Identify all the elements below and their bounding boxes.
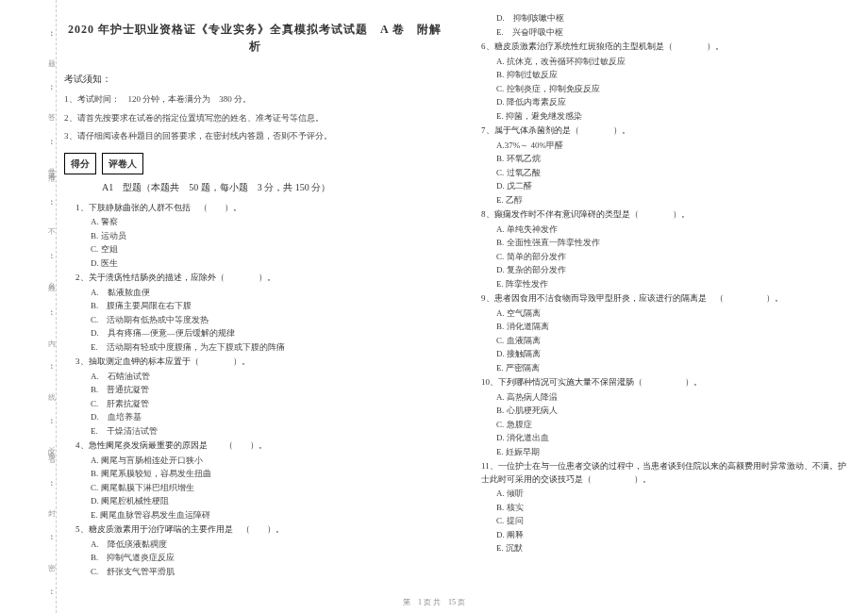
side-label-7: 线 [0, 387, 56, 389]
question-option: A. 黏液脓血便 [91, 287, 445, 300]
question-option: C. 阑尾黏膜下淋巴组织增生 [91, 482, 445, 495]
scorebox-score-label: 得分 [64, 153, 96, 174]
question-option: E. 抑菌，避免继发感染 [496, 110, 851, 124]
side-label-5: 名姓 [0, 276, 56, 280]
question-option: A. 抗休克，改善循环抑制过敏反应 [496, 56, 851, 69]
notice-2: 2、请首先按要求在试卷的指定位置填写您的姓名、准考证号等信息。 [64, 112, 445, 125]
question-stem: 3、抽取测定血钾的标本应置于（ ）。 [75, 356, 445, 369]
question-option: C. 急腹症 [496, 419, 851, 432]
notice-1: 1、考试时间： 120 分钟，本卷满分为 380 分。 [64, 93, 445, 107]
question-option: E. 乙醇 [496, 194, 851, 207]
question-option: D. 医生 [91, 257, 445, 271]
question-option: C. 血液隔离 [496, 335, 851, 348]
question-stem: 10、下列哪种情况可实施大量不保留灌肠（ ）。 [481, 376, 851, 389]
side-label-10: 密 [0, 557, 56, 559]
question-option: B. 阑尾系膜较短，容易发生扭曲 [91, 468, 445, 481]
question-option: D. 复杂的部分发作 [496, 264, 851, 277]
question-option: E. 严密隔离 [496, 362, 851, 375]
question-stem: 5、糖皮质激素用于治疗哮喘的主要作用是 （ ）。 [75, 523, 445, 537]
question-option: A. 石蜡油试管 [91, 371, 445, 384]
side-label-8: ）区市（省 [0, 441, 56, 451]
notice-3: 3、请仔细阅读各种题目的回答要求，在密封线内答题，否则不予评分。 [64, 130, 445, 143]
scorebox: 得分 评卷人 [64, 153, 445, 174]
question-option: E. 干燥清洁试管 [91, 425, 445, 439]
question-option: E. 妊娠早期 [496, 446, 851, 459]
question-option: B. 运动员 [91, 230, 445, 243]
question-option: C. 简单的部分发作 [496, 251, 851, 264]
question-stem: 1、下肢静脉曲张的人群不包括 （ ）。 [75, 202, 445, 215]
questions-right: 6、糖皮质激素治疗系统性红斑狼疮的主型机制是（ ）。A. 抗休克，改善循环抑制过… [470, 41, 851, 555]
question-stem: 6、糖皮质激素治疗系统性红斑狼疮的主型机制是（ ）。 [481, 41, 851, 54]
exam-title: 2020 年护士职业资格证《专业实务》全真模拟考试试题 A 卷 附解析 [64, 21, 445, 55]
question-option: B. 核实 [496, 502, 851, 515]
question-option: A. 单纯失神发作 [496, 224, 851, 237]
q5-continued-opts: D. 抑制咳嗽中枢E. 兴奋呼吸中枢 [470, 12, 851, 39]
question-option: D. 阐释 [496, 529, 851, 542]
question-option: A. 降低痰液黏稠度 [91, 538, 445, 552]
question-option: E. 兴奋呼吸中枢 [496, 26, 851, 40]
section-a1-title: A1 型题（本题共 50 题，每小题 3 分，共 150 分） [102, 180, 445, 194]
question-option: A. 高热病人降温 [496, 391, 851, 405]
side-label-6: 内 [0, 333, 56, 335]
question-option: D. 抑制咳嗽中枢 [496, 12, 851, 25]
question-option: D. 戊二醛 [496, 180, 851, 193]
question-option: C. 空姐 [91, 243, 445, 257]
question-stem: 2、关于溃疡性结肠炎的描述，应除外（ ）。 [75, 272, 445, 285]
question-option: D. 降低内毒素反应 [496, 96, 851, 109]
question-option: B. 环氧乙烷 [496, 153, 851, 166]
question-option: B. 消化道隔离 [496, 321, 851, 334]
question-stem: 11、一位护士在与一位患者交谈的过程中，当患者谈到住院以来的高额费用时异常激动、… [481, 460, 851, 486]
left-column: 2020 年护士职业资格证《专业实务》全真模拟考试试题 A 卷 附解析 考试须知… [64, 0, 462, 613]
question-option: E. 阑尾血脉管容易发生血运障碍 [91, 509, 445, 522]
right-column: D. 抑制咳嗽中枢E. 兴奋呼吸中枢 6、糖皮质激素治疗系统性红斑狼疮的主型机制… [462, 0, 868, 613]
question-option: A. 空气隔离 [496, 307, 851, 321]
side-label-9: 封 [0, 503, 56, 505]
question-option: B. 抑制过敏反应 [496, 69, 851, 82]
question-option: E. 阵挛性发作 [496, 278, 851, 291]
question-option: D. 阑尾腔机械性梗阻 [91, 495, 445, 508]
page-footer: 第 1 页 共 15 页 [0, 597, 868, 607]
question-option: C. 肝素抗凝管 [91, 398, 445, 411]
side-label-1: 题 [0, 54, 56, 56]
question-option: B. 心肌梗死病人 [496, 405, 851, 418]
binding-strip: ︰︰︰︰︰︰ 题 ︰︰︰︰︰︰ 答 ︰︰︰︰︰︰ 号证考准 ︰︰︰︰︰︰ 不 ︰… [0, 0, 57, 613]
question-stem: 9、患者因食用不洁食物而导致甲型肝炎，应该进行的隔离是 （ ）。 [481, 292, 851, 306]
question-option: D. 消化道出血 [496, 432, 851, 445]
question-option: B. 腹痛主要局限在右下腹 [91, 300, 445, 313]
question-option: C. 活动期有低热或中等度发热 [91, 314, 445, 327]
question-option: E. 沉默 [496, 542, 851, 555]
question-option: A. 阑尾与盲肠相连处开口狭小 [91, 455, 445, 468]
question-option: B. 全面性强直一阵挛性发作 [496, 237, 851, 250]
question-option: D. 血培养基 [91, 411, 445, 424]
side-label-3: 号证考准 [0, 162, 56, 170]
scorebox-reviewer-label: 评卷人 [102, 153, 143, 174]
question-option: C. 控制炎症，抑制免疫反应 [496, 83, 851, 96]
notice-heading: 考试须知： [64, 72, 445, 86]
question-stem: 8、癫痫发作时不伴有意识障碍的类型是（ ）。 [481, 208, 851, 222]
question-option: D. 具有疼痛—便意—便后缓解的规律 [91, 327, 445, 340]
question-option: C. 提问 [496, 515, 851, 528]
question-option: A.37%～ 40%甲醛 [496, 140, 851, 153]
question-stem: 4、急性阑尾炎发病最重要的原因是 （ ）。 [75, 439, 445, 453]
question-option: E. 活动期有轻或中度腹痛，为左下腹或下腹的阵痛 [91, 341, 445, 355]
question-option: A. 倾听 [496, 488, 851, 501]
question-option: B. 抑制气道炎症反应 [91, 552, 445, 565]
question-option: A. 警察 [91, 216, 445, 229]
question-option: C. 舒张支气管平滑肌 [91, 566, 445, 579]
question-option: C. 过氧乙酸 [496, 167, 851, 180]
side-label-4: 不 [0, 222, 56, 224]
question-option: D. 接触隔离 [496, 348, 851, 361]
question-option: B. 普通抗凝管 [91, 384, 445, 397]
questions-left: 1、下肢静脉曲张的人群不包括 （ ）。A. 警察B. 运动员C. 空姐D. 医生… [64, 202, 445, 579]
question-stem: 7、属于气体杀菌剂的是（ ）。 [481, 124, 851, 138]
side-label-2: 答 [0, 108, 56, 109]
